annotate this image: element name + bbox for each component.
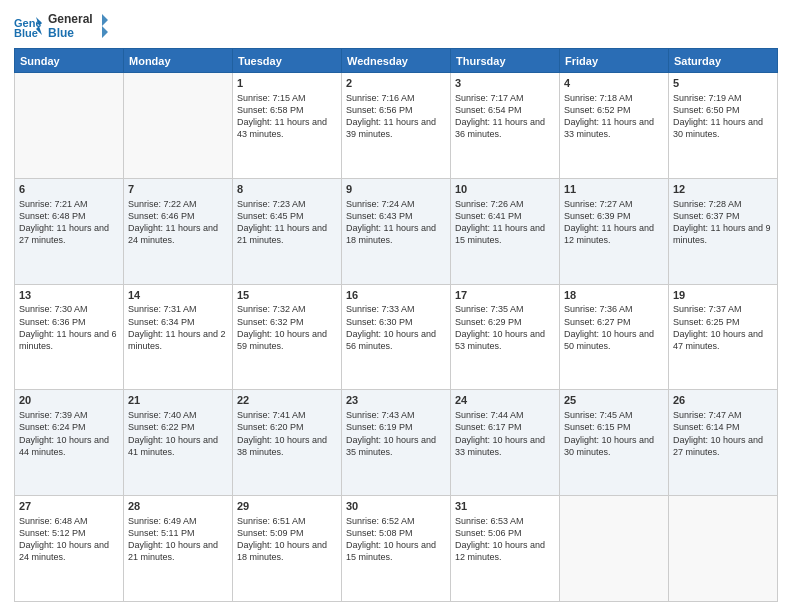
day-info: Daylight: 10 hours and 50 minutes. [564, 328, 664, 352]
day-info: Sunset: 5:06 PM [455, 527, 555, 539]
day-info: Sunrise: 7:31 AM [128, 303, 228, 315]
day-info: Daylight: 11 hours and 36 minutes. [455, 116, 555, 140]
day-info: Daylight: 11 hours and 15 minutes. [455, 222, 555, 246]
day-number: 28 [128, 499, 228, 514]
calendar-cell: 2Sunrise: 7:16 AMSunset: 6:56 PMDaylight… [342, 73, 451, 179]
day-info: Sunset: 6:56 PM [346, 104, 446, 116]
day-info: Sunset: 5:12 PM [19, 527, 119, 539]
day-number: 2 [346, 76, 446, 91]
day-number: 31 [455, 499, 555, 514]
weekday-header-thursday: Thursday [451, 49, 560, 73]
day-info: Sunrise: 7:39 AM [19, 409, 119, 421]
day-info: Sunrise: 6:49 AM [128, 515, 228, 527]
day-info: Sunrise: 7:18 AM [564, 92, 664, 104]
day-info: Sunset: 6:19 PM [346, 421, 446, 433]
day-info: Sunrise: 6:53 AM [455, 515, 555, 527]
weekday-header-monday: Monday [124, 49, 233, 73]
weekday-header-wednesday: Wednesday [342, 49, 451, 73]
page-header: General Blue General Blue [14, 10, 778, 42]
day-info: Sunrise: 7:32 AM [237, 303, 337, 315]
day-info: Sunset: 6:39 PM [564, 210, 664, 222]
day-info: Daylight: 11 hours and 21 minutes. [237, 222, 337, 246]
day-info: Sunrise: 7:16 AM [346, 92, 446, 104]
day-number: 15 [237, 288, 337, 303]
svg-text:General: General [48, 12, 93, 26]
day-info: Sunrise: 7:45 AM [564, 409, 664, 421]
day-number: 16 [346, 288, 446, 303]
calendar-cell [560, 496, 669, 602]
day-number: 6 [19, 182, 119, 197]
calendar-cell: 10Sunrise: 7:26 AMSunset: 6:41 PMDayligh… [451, 178, 560, 284]
calendar-cell: 8Sunrise: 7:23 AMSunset: 6:45 PMDaylight… [233, 178, 342, 284]
calendar-cell: 22Sunrise: 7:41 AMSunset: 6:20 PMDayligh… [233, 390, 342, 496]
svg-text:Blue: Blue [14, 27, 38, 37]
day-number: 3 [455, 76, 555, 91]
calendar-cell: 27Sunrise: 6:48 AMSunset: 5:12 PMDayligh… [15, 496, 124, 602]
generalblue-logo-svg: General Blue [48, 10, 108, 42]
day-info: Sunrise: 7:27 AM [564, 198, 664, 210]
day-number: 25 [564, 393, 664, 408]
calendar-cell: 23Sunrise: 7:43 AMSunset: 6:19 PMDayligh… [342, 390, 451, 496]
day-info: Sunrise: 7:28 AM [673, 198, 773, 210]
weekday-header-saturday: Saturday [669, 49, 778, 73]
calendar-week-row: 20Sunrise: 7:39 AMSunset: 6:24 PMDayligh… [15, 390, 778, 496]
day-info: Sunset: 6:20 PM [237, 421, 337, 433]
day-info: Daylight: 11 hours and 6 minutes. [19, 328, 119, 352]
day-info: Sunset: 5:08 PM [346, 527, 446, 539]
calendar-cell: 5Sunrise: 7:19 AMSunset: 6:50 PMDaylight… [669, 73, 778, 179]
day-info: Daylight: 10 hours and 38 minutes. [237, 434, 337, 458]
day-number: 26 [673, 393, 773, 408]
day-number: 5 [673, 76, 773, 91]
day-info: Daylight: 11 hours and 43 minutes. [237, 116, 337, 140]
day-info: Sunrise: 7:24 AM [346, 198, 446, 210]
day-info: Daylight: 10 hours and 21 minutes. [128, 539, 228, 563]
day-info: Daylight: 10 hours and 59 minutes. [237, 328, 337, 352]
calendar-cell: 9Sunrise: 7:24 AMSunset: 6:43 PMDaylight… [342, 178, 451, 284]
day-number: 30 [346, 499, 446, 514]
day-info: Daylight: 11 hours and 9 minutes. [673, 222, 773, 246]
calendar-cell: 20Sunrise: 7:39 AMSunset: 6:24 PMDayligh… [15, 390, 124, 496]
day-info: Daylight: 10 hours and 56 minutes. [346, 328, 446, 352]
day-info: Sunset: 6:36 PM [19, 316, 119, 328]
calendar-cell [124, 73, 233, 179]
calendar-cell: 11Sunrise: 7:27 AMSunset: 6:39 PMDayligh… [560, 178, 669, 284]
day-info: Daylight: 10 hours and 33 minutes. [455, 434, 555, 458]
day-info: Sunset: 6:32 PM [237, 316, 337, 328]
day-info: Daylight: 11 hours and 2 minutes. [128, 328, 228, 352]
day-info: Sunset: 6:27 PM [564, 316, 664, 328]
day-info: Sunrise: 7:43 AM [346, 409, 446, 421]
calendar-cell: 6Sunrise: 7:21 AMSunset: 6:48 PMDaylight… [15, 178, 124, 284]
logo-icon: General Blue [14, 15, 42, 37]
day-number: 4 [564, 76, 664, 91]
day-info: Sunset: 6:50 PM [673, 104, 773, 116]
day-number: 27 [19, 499, 119, 514]
day-number: 11 [564, 182, 664, 197]
day-info: Sunrise: 7:26 AM [455, 198, 555, 210]
day-number: 22 [237, 393, 337, 408]
calendar-cell: 7Sunrise: 7:22 AMSunset: 6:46 PMDaylight… [124, 178, 233, 284]
day-info: Sunrise: 7:21 AM [19, 198, 119, 210]
day-info: Sunrise: 7:23 AM [237, 198, 337, 210]
day-info: Daylight: 10 hours and 27 minutes. [673, 434, 773, 458]
svg-marker-5 [102, 14, 108, 38]
day-info: Daylight: 10 hours and 44 minutes. [19, 434, 119, 458]
day-info: Sunset: 5:09 PM [237, 527, 337, 539]
day-info: Sunrise: 7:35 AM [455, 303, 555, 315]
day-info: Sunset: 6:22 PM [128, 421, 228, 433]
calendar-cell: 13Sunrise: 7:30 AMSunset: 6:36 PMDayligh… [15, 284, 124, 390]
day-number: 29 [237, 499, 337, 514]
calendar-cell: 17Sunrise: 7:35 AMSunset: 6:29 PMDayligh… [451, 284, 560, 390]
day-info: Sunrise: 6:51 AM [237, 515, 337, 527]
day-number: 18 [564, 288, 664, 303]
day-info: Sunset: 6:17 PM [455, 421, 555, 433]
calendar-cell: 16Sunrise: 7:33 AMSunset: 6:30 PMDayligh… [342, 284, 451, 390]
day-info: Sunrise: 6:52 AM [346, 515, 446, 527]
day-info: Sunset: 6:25 PM [673, 316, 773, 328]
day-info: Sunrise: 7:17 AM [455, 92, 555, 104]
weekday-header-tuesday: Tuesday [233, 49, 342, 73]
day-info: Sunset: 6:37 PM [673, 210, 773, 222]
calendar-cell: 25Sunrise: 7:45 AMSunset: 6:15 PMDayligh… [560, 390, 669, 496]
day-info: Daylight: 10 hours and 18 minutes. [237, 539, 337, 563]
calendar-cell: 12Sunrise: 7:28 AMSunset: 6:37 PMDayligh… [669, 178, 778, 284]
day-info: Daylight: 11 hours and 33 minutes. [564, 116, 664, 140]
